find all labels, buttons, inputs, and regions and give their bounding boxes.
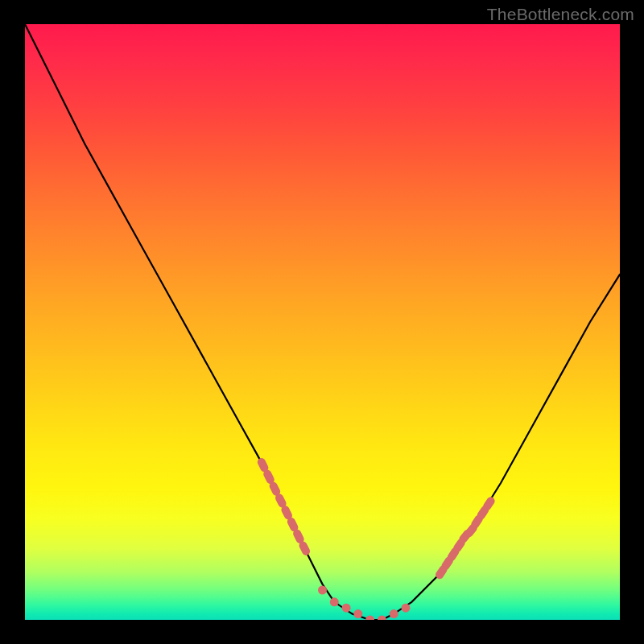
highlight-dots-valley [318, 586, 411, 621]
svg-point-11 [353, 609, 362, 618]
svg-point-9 [330, 597, 339, 606]
curve-layer [25, 24, 620, 620]
highlight-dashes-right [434, 495, 496, 580]
plot-area [25, 24, 620, 620]
svg-point-13 [378, 616, 386, 621]
bottleneck-curve [25, 24, 620, 620]
svg-point-8 [318, 586, 327, 595]
svg-point-12 [365, 616, 374, 621]
highlight-dashes-left [256, 456, 312, 556]
watermark-text: TheBottleneck.com [487, 5, 634, 24]
chart-frame: TheBottleneck.com [0, 0, 644, 644]
svg-point-10 [342, 604, 351, 613]
svg-point-14 [390, 609, 398, 618]
svg-point-15 [402, 604, 411, 613]
